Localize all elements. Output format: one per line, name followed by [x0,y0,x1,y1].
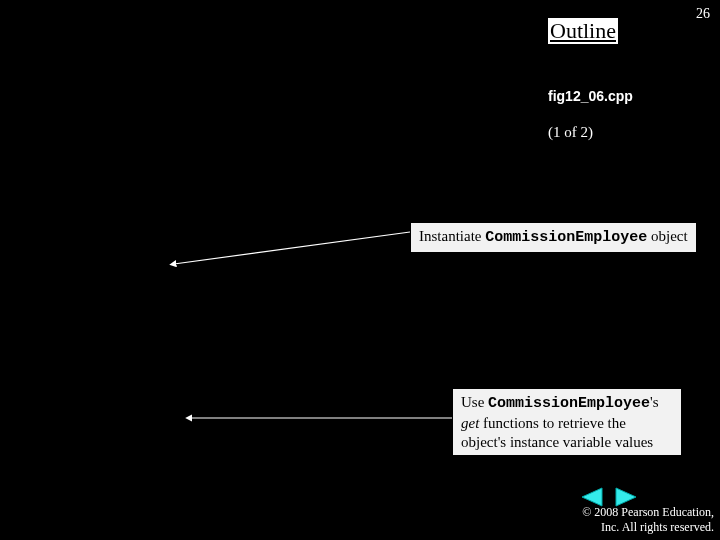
page-of-label: (1 of 2) [548,124,593,141]
page-number: 26 [696,6,710,22]
copyright-footer: © 2008 Pearson Education, Inc. All right… [582,505,714,534]
callout-text: Instantiate [419,228,485,244]
outline-title: Outline [548,18,618,44]
callout-text: Use [461,394,488,410]
callout-italic: get [461,415,479,431]
slide: Outline 26 fig12_06.cpp (1 of 2) Instant… [0,0,720,540]
svg-marker-2 [582,488,602,506]
callout-get-functions: Use CommissionEmployee's get functions t… [452,388,682,456]
footer-line: Inc. All rights reserved. [582,520,714,534]
callout-text: object [647,228,687,244]
callout-instantiate: Instantiate CommissionEmployee object [410,222,697,253]
filename-label: fig12_06.cpp [548,88,633,104]
arrow-icon [188,414,454,424]
callout-text: 's [650,394,659,410]
svg-line-0 [174,232,410,264]
svg-marker-3 [616,488,636,506]
callout-code: CommissionEmployee [485,229,647,246]
arrow-icon [172,232,412,272]
callout-code: CommissionEmployee [488,395,650,412]
footer-line: © 2008 Pearson Education, [582,505,714,519]
callout-text: functions to retrieve the object's insta… [461,415,653,450]
